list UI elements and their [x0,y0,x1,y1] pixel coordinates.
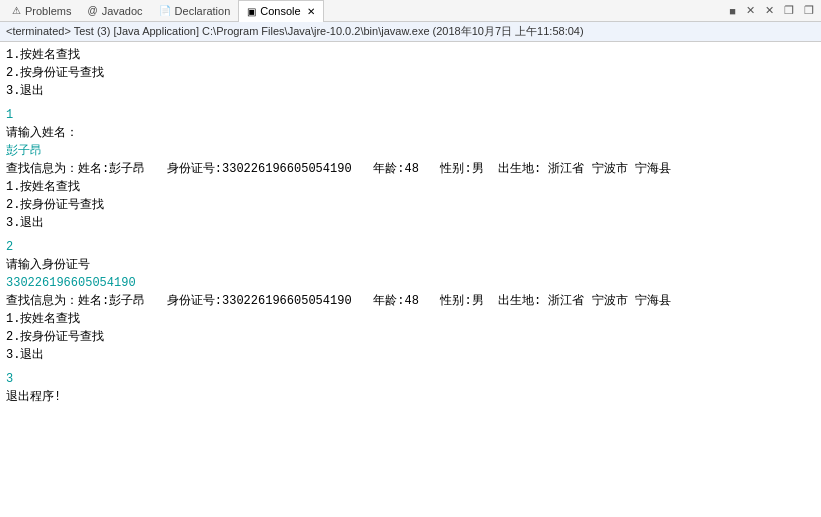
status-text: <terminated> Test (3) [Java Application]… [6,25,584,37]
close-icon[interactable]: ✕ [307,6,315,17]
pin-button[interactable]: ❐ [801,3,817,18]
javadoc-icon: @ [87,5,97,16]
console-icon: ▣ [247,6,256,17]
tab-javadoc[interactable]: @ Javadoc [79,0,150,22]
console-line: 请输入姓名： [6,124,815,142]
tab-console-label: Console [260,5,300,17]
console-line: 3.退出 [6,214,815,232]
status-bar: <terminated> Test (3) [Java Application]… [0,22,821,42]
console-line: 查找信息为：姓名:彭子昂 身份证号:330226196605054190 年龄:… [6,292,815,310]
tab-problems[interactable]: ⚠ Problems [4,0,79,22]
console-line: 330226196605054190 [6,274,815,292]
tab-console[interactable]: ▣ Console ✕ [238,0,323,22]
clear-button[interactable]: ✕ [762,3,777,18]
stop-button[interactable]: ■ [726,4,739,18]
tab-toolbar: ■ ✕ ✕ ❐ ❐ [726,3,817,18]
console-line: 3 [6,370,815,388]
console-line: 退出程序! [6,388,815,406]
console-line: 2.按身份证号查找 [6,64,815,82]
console-line: 1.按姓名查找 [6,310,815,328]
console-line: 1.按姓名查找 [6,178,815,196]
console-line: 2.按身份证号查找 [6,328,815,346]
console-line: 1.按姓名查找 [6,46,815,64]
copy-button[interactable]: ❐ [781,3,797,18]
console-line: 2 [6,238,815,256]
problems-icon: ⚠ [12,5,21,16]
tab-bar: ⚠ Problems @ Javadoc 📄 Declaration ▣ Con… [0,0,821,22]
console-line: 3.退出 [6,346,815,364]
declaration-icon: 📄 [159,5,171,16]
tab-problems-label: Problems [25,5,71,17]
remove-button[interactable]: ✕ [743,3,758,18]
console-line: 2.按身份证号查找 [6,196,815,214]
console-area[interactable]: 1.按姓名查找2.按身份证号查找3.退出1请输入姓名：彭子昂查找信息为：姓名:彭… [0,42,821,517]
tab-declaration-label: Declaration [175,5,231,17]
console-line: 1 [6,106,815,124]
console-line: 查找信息为：姓名:彭子昂 身份证号:330226196605054190 年龄:… [6,160,815,178]
console-line: 请输入身份证号 [6,256,815,274]
console-line: 3.退出 [6,82,815,100]
tab-declaration[interactable]: 📄 Declaration [151,0,239,22]
console-line: 彭子昂 [6,142,815,160]
tab-javadoc-label: Javadoc [102,5,143,17]
